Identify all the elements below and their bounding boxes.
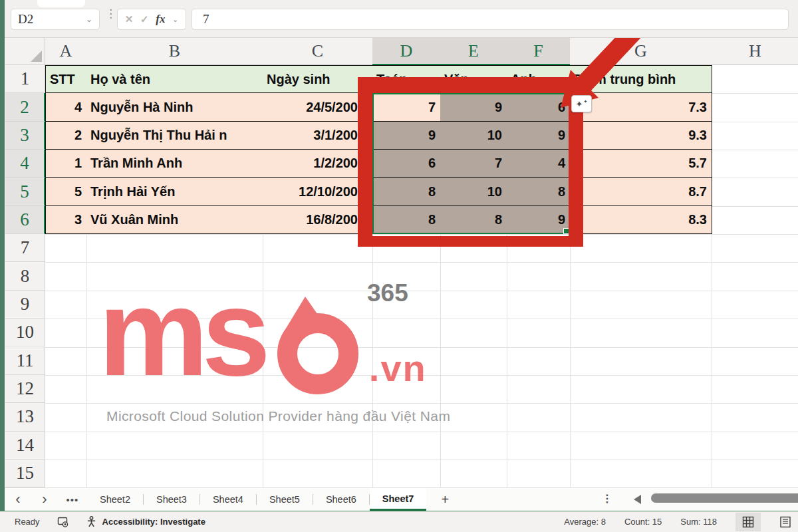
cell-C3[interactable]: 3/1/200 bbox=[263, 122, 373, 150]
sheet-nav-prev-icon[interactable]: ‹ bbox=[5, 488, 31, 511]
status-count[interactable]: Count: 15 bbox=[624, 517, 662, 527]
watermark: ms 365 .vn Microsoft Cloud Solution Prov… bbox=[98, 278, 450, 424]
row-header-3[interactable]: 3 bbox=[5, 122, 45, 150]
row-header-4[interactable]: 4 bbox=[5, 150, 45, 178]
status-sum[interactable]: Sum: 118 bbox=[680, 517, 717, 527]
sheet-overflow-button[interactable]: ••• bbox=[58, 488, 87, 511]
column-header-A[interactable]: A bbox=[45, 38, 87, 65]
sheet-nav-next-icon[interactable]: › bbox=[31, 488, 58, 511]
scrollbar-splitter-icon[interactable]: ⋮ bbox=[602, 492, 612, 505]
insert-function-icon[interactable]: fx bbox=[156, 13, 165, 26]
cell-C4[interactable]: 1/2/200 bbox=[263, 150, 373, 178]
column-header-G[interactable]: G bbox=[570, 38, 712, 65]
cell-F4[interactable]: 4 bbox=[507, 150, 571, 178]
cell-E4[interactable]: 7 bbox=[440, 150, 507, 178]
row-header-6[interactable]: 6 bbox=[5, 206, 45, 234]
row-header-1[interactable]: 1 bbox=[5, 65, 45, 93]
cell-D6[interactable]: 8 bbox=[372, 206, 441, 234]
gridline-horizontal bbox=[45, 234, 798, 235]
sheet-tab-sheet7[interactable]: Sheet7 bbox=[370, 488, 427, 511]
cell-B2[interactable]: Nguyễn Hà Ninh bbox=[86, 93, 263, 121]
quick-analysis-button[interactable]: ✦ ✦ bbox=[571, 95, 592, 112]
formula-bar-splitter-icon[interactable]: ⋮ bbox=[105, 11, 112, 17]
scroll-left-icon[interactable] bbox=[634, 495, 641, 504]
select-all-button[interactable] bbox=[5, 38, 45, 65]
column-header-H[interactable]: H bbox=[712, 38, 798, 65]
page-layout-view-button[interactable] bbox=[773, 513, 798, 531]
sheet-tab-sheet5[interactable]: Sheet5 bbox=[257, 488, 313, 511]
chevron-down-icon[interactable]: ⌄ bbox=[86, 15, 92, 24]
cell-B6[interactable]: Vũ Xuân Minh bbox=[86, 206, 263, 234]
formula-input[interactable]: 7 bbox=[192, 9, 789, 30]
cell-A3[interactable]: 2 bbox=[45, 122, 87, 150]
watermark-logo-text: ms bbox=[98, 278, 264, 387]
cell-C2[interactable]: 24/5/200 bbox=[263, 93, 373, 121]
cell-F5[interactable]: 8 bbox=[507, 178, 571, 205]
header-cell-B1[interactable]: Họ và tên bbox=[86, 65, 263, 93]
column-header-D[interactable]: D bbox=[372, 38, 441, 65]
header-cell-C1[interactable]: Ngày sinh bbox=[263, 65, 373, 93]
row-header-11[interactable]: 11 bbox=[5, 347, 45, 375]
accessibility-icon[interactable] bbox=[86, 516, 97, 527]
cell-A6[interactable]: 3 bbox=[45, 206, 87, 234]
row-header-12[interactable]: 12 bbox=[5, 375, 45, 403]
cell-F3[interactable]: 9 bbox=[507, 122, 571, 150]
header-cell-A1[interactable]: STT bbox=[45, 65, 87, 93]
ribbon-tab-remnant bbox=[37, 0, 85, 7]
cell-D4[interactable]: 6 bbox=[372, 150, 441, 178]
row-header-8[interactable]: 8 bbox=[5, 262, 45, 290]
row-header-2[interactable]: 2 bbox=[5, 93, 45, 121]
cell-A2[interactable]: 4 bbox=[45, 93, 87, 121]
formula-value: 7 bbox=[203, 12, 209, 27]
cell-D2[interactable]: 7 bbox=[372, 93, 441, 121]
column-header-B[interactable]: B bbox=[86, 38, 263, 65]
cell-D3[interactable]: 9 bbox=[372, 122, 441, 150]
column-header-F[interactable]: F bbox=[507, 38, 571, 65]
cell-B5[interactable]: Trịnh Hải Yến bbox=[86, 178, 263, 205]
row-header-10[interactable]: 10 bbox=[5, 319, 45, 346]
cell-G6[interactable]: 8.3 bbox=[570, 206, 712, 234]
cell-G5[interactable]: 8.7 bbox=[570, 178, 712, 205]
accessibility-status[interactable]: Accessibility: Investigate bbox=[102, 517, 205, 527]
status-bar: Ready Accessibility: Investigate Average… bbox=[0, 511, 798, 532]
cell-E5[interactable]: 10 bbox=[440, 178, 507, 205]
cell-A4[interactable]: 1 bbox=[45, 150, 87, 178]
cell-B3[interactable]: Nguyễn Thị Thu Hải n bbox=[86, 122, 263, 150]
cell-E3[interactable]: 10 bbox=[440, 122, 507, 150]
status-average[interactable]: Average: 8 bbox=[564, 517, 606, 527]
column-header-C[interactable]: C bbox=[263, 38, 373, 65]
cell-C6[interactable]: 16/8/200 bbox=[263, 206, 373, 234]
row-header-5[interactable]: 5 bbox=[5, 178, 45, 205]
excel-window: D2 ⌄ ⋮ ✕ ✓ fx ⌄ 7 ABCDEFGH12345678910111… bbox=[0, 0, 798, 532]
sheet-tab-sheet6[interactable]: Sheet6 bbox=[313, 488, 369, 511]
row-header-9[interactable]: 9 bbox=[5, 291, 45, 319]
cell-G4[interactable]: 5.7 bbox=[570, 150, 712, 178]
cell-E2[interactable]: 9 bbox=[440, 93, 507, 121]
row-header-7[interactable]: 7 bbox=[5, 234, 45, 262]
add-sheet-button[interactable]: + bbox=[426, 488, 464, 511]
row-header-13[interactable]: 13 bbox=[5, 403, 45, 431]
cell-A5[interactable]: 5 bbox=[45, 178, 87, 205]
cell-F6[interactable]: 9 bbox=[507, 206, 571, 234]
column-header-E[interactable]: E bbox=[440, 38, 507, 65]
chevron-down-icon[interactable]: ⌄ bbox=[172, 15, 178, 24]
sparkle-icon: ✦ bbox=[576, 100, 583, 108]
name-box[interactable]: D2 ⌄ bbox=[11, 9, 100, 30]
sheet-tab-sheet2[interactable]: Sheet2 bbox=[87, 488, 143, 511]
cell-C5[interactable]: 12/10/200 bbox=[263, 178, 373, 205]
cell-F2[interactable]: 6 bbox=[507, 93, 571, 121]
sheet-tab-sheet3[interactable]: Sheet3 bbox=[144, 488, 200, 511]
cancel-icon[interactable]: ✕ bbox=[125, 13, 134, 25]
cell-B4[interactable]: Trần Minh Anh bbox=[86, 150, 263, 178]
normal-view-button[interactable] bbox=[735, 513, 761, 531]
cell-E6[interactable]: 8 bbox=[440, 206, 507, 234]
sheet-tab-sheet4[interactable]: Sheet4 bbox=[200, 488, 256, 511]
cell-D5[interactable]: 8 bbox=[372, 178, 441, 205]
cell-G3[interactable]: 9.3 bbox=[570, 122, 712, 150]
row-header-15[interactable]: 15 bbox=[5, 460, 45, 487]
row-header-14[interactable]: 14 bbox=[5, 432, 45, 460]
record-macro-icon[interactable] bbox=[57, 516, 68, 527]
horizontal-scrollbar-thumb[interactable] bbox=[651, 493, 798, 503]
header-cell-G1[interactable]: Điểm trung bình bbox=[570, 65, 712, 93]
enter-icon[interactable]: ✓ bbox=[140, 13, 149, 25]
